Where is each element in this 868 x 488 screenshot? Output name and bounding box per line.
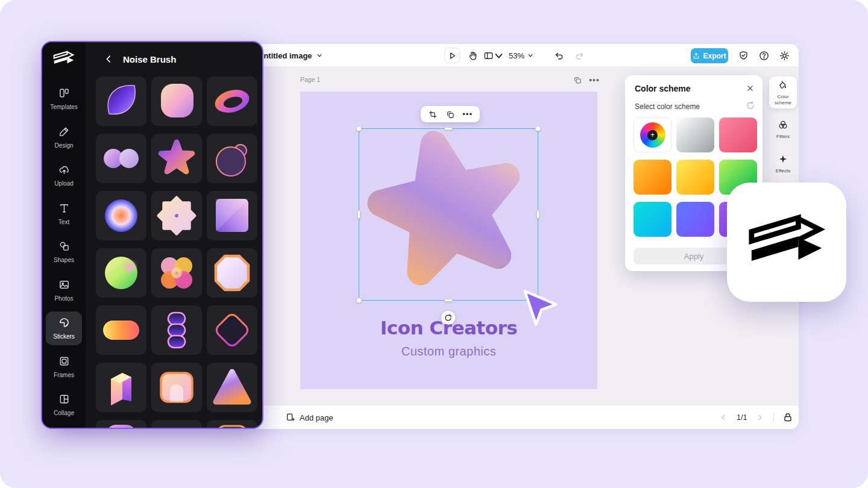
duplicate-button[interactable]	[444, 108, 457, 121]
rail-item-color-scheme[interactable]: Color scheme	[769, 77, 797, 108]
sticker-partial-row-b[interactable]	[151, 420, 202, 429]
duplicate-page-button[interactable]	[571, 74, 583, 86]
safety-button[interactable]	[735, 48, 751, 63]
sticker-peach-squircle[interactable]	[151, 77, 202, 126]
resize-handle-ne[interactable]	[535, 126, 541, 131]
resize-handle-sw[interactable]	[356, 298, 362, 303]
sticker-flower-burst[interactable]	[151, 191, 202, 240]
rail-item-label: Effects	[776, 168, 790, 174]
canvas-subheadline-text[interactable]: Custom graphics	[300, 345, 597, 358]
sidebar-item-upload[interactable]: Upload	[46, 158, 82, 192]
sticker-partial-row-a[interactable]	[96, 420, 146, 429]
sticker-clover[interactable]	[151, 248, 202, 298]
hand-icon	[468, 51, 478, 61]
sidebar-item-photos[interactable]: Photos	[46, 274, 82, 307]
swatch-blue-violet[interactable]	[676, 202, 714, 237]
sticker-partial-row-c[interactable]	[207, 420, 257, 429]
duplicate-icon	[446, 110, 454, 119]
sticker-wavy-stack[interactable]	[151, 305, 202, 355]
sticker-fold-square[interactable]	[207, 191, 257, 240]
back-button[interactable]	[102, 53, 115, 65]
reset-color-button[interactable]	[746, 101, 755, 110]
main-sidebar: TemplatesDesignUploadTextShapesPhotosSti…	[42, 42, 86, 428]
sidebar-item-design[interactable]: Design	[46, 120, 82, 154]
stickers-icon	[58, 317, 70, 331]
page-navigation: 1/1	[719, 405, 793, 430]
sidebar-item-label: Design	[54, 142, 73, 149]
swatch-cyan-blue[interactable]	[634, 202, 671, 237]
resize-handle-e[interactable]	[536, 210, 539, 219]
sidebar-item-templates[interactable]: Templates	[46, 82, 82, 116]
canvas-size-button[interactable]	[483, 48, 505, 63]
prev-page-button[interactable]	[719, 413, 728, 422]
sticker-radial-glow-circle[interactable]	[96, 191, 146, 240]
more-options-button[interactable]: •••	[461, 108, 474, 121]
settings-button[interactable]	[776, 48, 792, 63]
app-logo	[42, 51, 86, 66]
sidebar-item-shapes[interactable]: Shapes	[46, 235, 82, 269]
sticker-arch-stamp[interactable]	[151, 363, 202, 412]
sticker-panel-header: Noise Brush	[86, 42, 262, 76]
rail-item-effects[interactable]: Effects	[769, 151, 797, 177]
sidebar-item-stickers[interactable]: Stickers	[46, 311, 82, 345]
document-title[interactable]: Untitled image	[258, 44, 322, 67]
sticker-gradient-star[interactable]	[151, 134, 202, 183]
sticker-gradient-triangle[interactable]	[207, 363, 257, 412]
resize-handle-w[interactable]	[357, 210, 360, 219]
export-button[interactable]: Export	[691, 48, 728, 63]
sticker-sunset-pill[interactable]	[96, 305, 146, 355]
sidebar-item-collage[interactable]: Collage	[46, 388, 82, 422]
canvas-page[interactable]: ••• Icon Creators Custom graphics	[300, 92, 597, 389]
gear-icon	[779, 51, 790, 61]
lock-pages-button[interactable]	[782, 412, 793, 423]
sticker-outlined-blob[interactable]	[207, 134, 257, 183]
reset-icon	[746, 101, 755, 110]
sidebar-item-label: Templates	[50, 104, 78, 110]
sidebar-item-label: Upload	[54, 180, 74, 187]
close-panel-button[interactable]	[744, 83, 755, 93]
undo-button[interactable]	[551, 48, 567, 63]
crop-button[interactable]	[426, 108, 439, 121]
swatch-color-wheel[interactable]: +	[634, 117, 671, 152]
swatch-orange[interactable]	[634, 160, 671, 195]
hand-tool-button[interactable]	[465, 48, 480, 63]
next-page-button[interactable]	[755, 413, 765, 422]
sidebar-item-text[interactable]: Text	[46, 197, 82, 231]
sticker-octagon-badge[interactable]	[207, 248, 257, 298]
sticker-prism[interactable]	[96, 363, 146, 412]
crop-icon	[429, 110, 437, 119]
add-page-icon	[286, 413, 295, 422]
page-more-button[interactable]: •••	[588, 74, 600, 86]
color-panel-title: Color scheme	[635, 84, 691, 93]
resize-handle-s[interactable]	[444, 299, 453, 302]
sticker-gradient-ring[interactable]	[207, 77, 257, 126]
rail-item-label: Color scheme	[770, 94, 796, 105]
sticker-diamond-outline[interactable]	[207, 305, 257, 355]
sticker-twin-circles[interactable]	[96, 134, 146, 183]
redo-button[interactable]	[571, 48, 587, 63]
sticker-purple-leaf[interactable]	[96, 77, 146, 126]
canvas-headline-text[interactable]: Icon Creators	[300, 317, 597, 339]
swatch-white-gray[interactable]	[676, 117, 714, 152]
resize-handle-se[interactable]	[535, 298, 541, 303]
chevron-left-icon	[104, 54, 113, 64]
sidebar-item-frames[interactable]: Frames	[46, 350, 82, 384]
selection-box[interactable]	[359, 128, 538, 301]
rail-item-label: Filters	[776, 134, 790, 140]
rail-item-filters[interactable]: Filters	[769, 116, 797, 143]
chevron-right-icon	[756, 414, 764, 421]
swatch-pink-red[interactable]	[719, 117, 757, 152]
templates-icon	[58, 87, 70, 101]
preview-button[interactable]	[444, 48, 460, 63]
resize-handle-n[interactable]	[444, 127, 453, 130]
swatch-yellow-amber[interactable]	[676, 160, 714, 195]
help-button[interactable]	[756, 48, 772, 63]
document-title-label: Untitled image	[258, 51, 312, 60]
selection-toolbar: •••	[421, 106, 480, 122]
zoom-control[interactable]: 53%	[509, 48, 533, 63]
sticker-category-title: Noise Brush	[123, 54, 176, 64]
chevron-down-icon	[527, 52, 533, 58]
add-page-button[interactable]: Add page	[286, 405, 333, 430]
sticker-lime-circle[interactable]	[96, 248, 146, 298]
resize-handle-nw[interactable]	[356, 126, 362, 131]
